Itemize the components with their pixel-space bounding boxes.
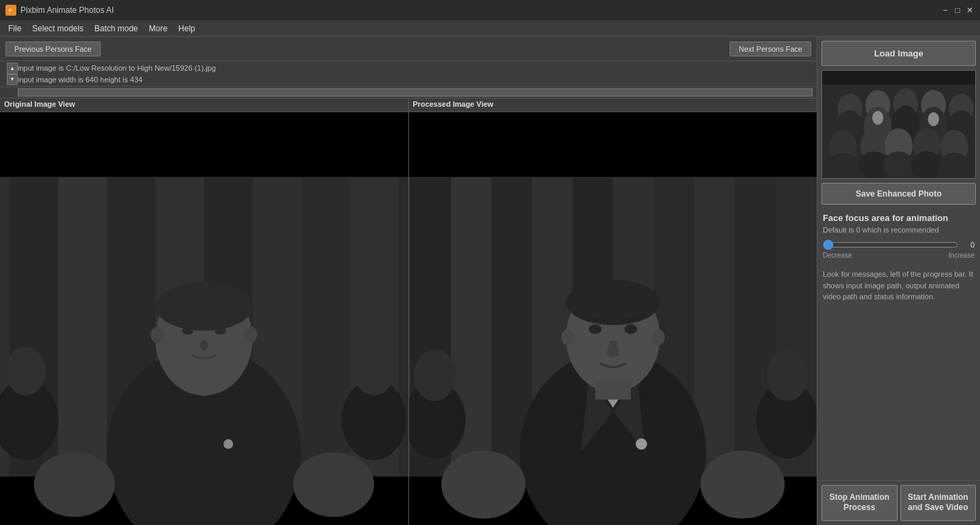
svg-point-21 <box>182 326 194 335</box>
minimize-button[interactable]: − <box>941 5 950 15</box>
title-bar: P Pixbim Animate Photos AI − □ ✕ <box>0 0 980 20</box>
nav-bar: Previous Persons Face Next Persons Face <box>0 37 817 61</box>
face-focus-value: 0 <box>961 241 975 249</box>
thumbnail-area <box>821 70 976 179</box>
svg-point-30 <box>354 347 395 395</box>
face-focus-title: Face focus area for animation <box>823 213 975 223</box>
menu-file[interactable]: File <box>3 22 27 35</box>
original-image-header: Original Image View <box>0 99 409 112</box>
menu-bar: File Select models Batch mode More Help <box>0 20 980 37</box>
bottom-buttons: Stop AnimationProcess Start Animationand… <box>817 480 980 525</box>
svg-rect-8 <box>59 177 107 476</box>
svg-point-20 <box>155 282 252 331</box>
scroll-down-button[interactable]: ▼ <box>7 74 18 86</box>
svg-point-23 <box>200 339 208 351</box>
save-enhanced-photo-button[interactable]: Save Enhanced Photo <box>821 183 976 205</box>
info-bar: ▲ ▼ input image is C:/Low Resolution to … <box>0 61 817 87</box>
svg-point-25 <box>244 326 257 343</box>
processed-image-pane <box>409 112 817 525</box>
svg-point-84 <box>883 151 914 178</box>
scroll-controls: ▲ ▼ <box>7 63 18 85</box>
app-icon: P <box>5 5 16 16</box>
svg-point-65 <box>441 451 525 519</box>
processed-image-header: Processed Image View <box>409 99 817 112</box>
svg-rect-59 <box>595 379 630 400</box>
svg-point-62 <box>413 350 455 401</box>
prev-person-button[interactable]: Previous Persons Face <box>5 41 101 56</box>
menu-batch-mode[interactable]: Batch mode <box>89 22 144 35</box>
center-panel: Previous Persons Face Next Persons Face … <box>0 37 817 525</box>
svg-rect-34 <box>409 112 817 177</box>
svg-point-55 <box>589 324 602 334</box>
menu-more[interactable]: More <box>144 22 173 35</box>
svg-point-22 <box>214 326 226 335</box>
scroll-up-button[interactable]: ▲ <box>7 63 18 74</box>
menu-select-models[interactable]: Select models <box>27 22 88 35</box>
svg-point-32 <box>293 452 374 517</box>
original-photo-canvas <box>0 112 408 525</box>
start-animation-label: Start Animationand Save Video <box>908 492 968 513</box>
svg-point-64 <box>766 350 808 401</box>
message-area: Look for messages, left of the progress … <box>817 263 980 480</box>
svg-rect-13 <box>301 177 350 476</box>
images-area: Original Image View Processed Image View <box>0 99 817 525</box>
info-line1: input image is C:/Low Resolution to High… <box>18 63 813 74</box>
main-container: Previous Persons Face Next Persons Face … <box>0 37 980 525</box>
info-text-block: input image is C:/Low Resolution to High… <box>18 63 813 85</box>
progress-row <box>0 87 817 99</box>
svg-point-56 <box>624 324 637 334</box>
face-focus-subtitle: Default is 0 which is recommended <box>823 226 975 234</box>
info-line2: input image width is 640 height is 434 <box>18 74 813 86</box>
svg-rect-3 <box>0 112 408 177</box>
face-focus-slider[interactable] <box>823 239 958 250</box>
decrease-label: Decrease <box>823 252 852 259</box>
svg-point-90 <box>928 112 938 126</box>
slider-labels: Decrease Increase <box>823 252 975 259</box>
svg-point-26 <box>223 439 233 449</box>
svg-point-58 <box>651 329 664 345</box>
svg-point-86 <box>911 151 942 178</box>
load-image-button[interactable]: Load Image <box>821 41 976 66</box>
images-header: Original Image View Processed Image View <box>0 99 817 112</box>
svg-text:P: P <box>9 8 12 13</box>
increase-label: Increase <box>949 252 975 259</box>
right-sidebar: Load Image <box>817 37 980 525</box>
progress-bar <box>18 88 813 97</box>
window-controls: − □ ✕ <box>941 5 975 15</box>
title-bar-left: P Pixbim Animate Photos AI <box>5 5 114 16</box>
svg-point-57 <box>561 329 574 345</box>
thumbnail-image <box>822 71 975 178</box>
next-person-button[interactable]: Next Persons Face <box>730 41 811 56</box>
svg-point-60 <box>636 439 647 450</box>
close-button[interactable]: ✕ <box>965 5 975 15</box>
stop-animation-button[interactable]: Stop AnimationProcess <box>821 485 898 521</box>
svg-point-24 <box>150 326 163 343</box>
images-content <box>0 112 817 525</box>
svg-point-31 <box>34 452 115 517</box>
menu-help[interactable]: Help <box>173 22 201 35</box>
svg-point-89 <box>872 111 883 124</box>
svg-point-54 <box>566 280 659 325</box>
svg-point-66 <box>700 451 785 519</box>
app-title: Pixbim Animate Photos AI <box>20 5 114 15</box>
maximize-button[interactable]: □ <box>953 5 962 15</box>
status-message: Look for messages, left of the progress … <box>823 270 973 301</box>
processed-photo-canvas <box>409 112 817 525</box>
original-image-pane <box>0 112 409 525</box>
start-animation-button[interactable]: Start Animationand Save Video <box>900 485 977 521</box>
svg-point-28 <box>5 347 46 395</box>
stop-animation-label: Stop AnimationProcess <box>830 492 889 513</box>
face-focus-section: Face focus area for animation Default is… <box>817 209 980 263</box>
